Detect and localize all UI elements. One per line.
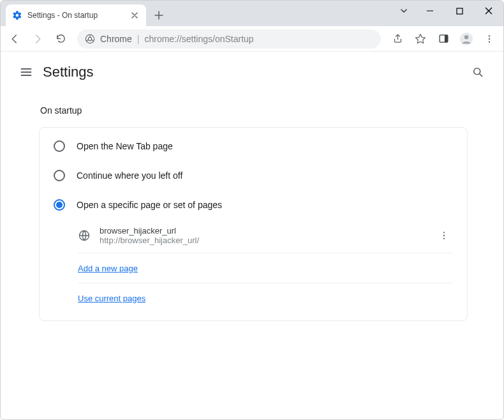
back-button[interactable] (4, 29, 25, 49)
svg-point-12 (443, 232, 445, 233)
tab-title: Settings - On startup (27, 11, 124, 20)
page-url: http://browser_hijacker_url/ (100, 236, 426, 245)
section-heading: On startup (40, 105, 468, 116)
side-panel-button[interactable] (433, 29, 454, 49)
minimize-button[interactable] (415, 1, 445, 21)
maximize-button[interactable] (445, 1, 474, 21)
startup-pages-list: browser_hijacker_url http://browser_hija… (40, 220, 467, 317)
forward-button[interactable] (27, 29, 48, 49)
use-current-pages-link[interactable]: Use current pages (78, 294, 145, 303)
gear-icon (12, 10, 22, 20)
startup-page-row: browser_hijacker_url http://browser_hija… (78, 220, 453, 253)
svg-point-2 (88, 37, 91, 40)
globe-icon (78, 229, 91, 242)
close-window-button[interactable] (474, 1, 503, 21)
search-button[interactable] (465, 59, 491, 85)
tab-search-button[interactable] (392, 1, 415, 21)
page-row-menu-button[interactable] (435, 227, 453, 244)
radio-icon (54, 170, 65, 181)
use-current-pages-row: Use current pages (78, 283, 453, 313)
browser-toolbar: Chrome | chrome://settings/onStartup (1, 26, 503, 52)
address-bar[interactable]: Chrome | chrome://settings/onStartup (77, 29, 381, 49)
window-titlebar: Settings - On startup (1, 1, 503, 26)
browser-tab[interactable]: Settings - On startup (6, 4, 146, 26)
startup-option-new-tab[interactable]: Open the New Tab page (40, 131, 467, 161)
radio-label: Open the New Tab page (77, 141, 173, 151)
reload-button[interactable] (50, 29, 71, 49)
svg-point-6 (464, 35, 468, 39)
svg-point-14 (443, 238, 445, 239)
add-new-page-link[interactable]: Add a new page (78, 264, 138, 273)
profile-button[interactable] (456, 29, 477, 49)
window-controls (392, 1, 503, 26)
share-button[interactable] (387, 29, 408, 49)
settings-header: Settings (1, 52, 503, 93)
new-tab-button[interactable] (150, 6, 168, 24)
omnibox-divider: | (137, 34, 140, 44)
startup-option-continue[interactable]: Continue where you left off (40, 161, 467, 190)
svg-point-13 (443, 235, 445, 236)
settings-content: On startup Open the New Tab page Continu… (1, 105, 503, 347)
startup-option-specific-pages[interactable]: Open a specific page or set of pages (40, 190, 467, 220)
chrome-icon (85, 34, 95, 44)
omnibox-url: chrome://settings/onStartup (144, 34, 253, 44)
page-title: Settings (43, 64, 94, 80)
bookmark-button[interactable] (410, 29, 431, 49)
add-new-page-row: Add a new page (78, 253, 453, 283)
svg-point-7 (489, 35, 490, 36)
radio-label: Open a specific page or set of pages (77, 200, 222, 210)
omnibox-prefix: Chrome (100, 34, 132, 44)
page-name: browser_hijacker_url (100, 226, 426, 236)
browser-menu-button[interactable] (479, 29, 500, 49)
svg-point-9 (489, 41, 490, 42)
radio-label: Continue where you left off (77, 170, 182, 181)
svg-rect-0 (457, 8, 463, 14)
svg-point-8 (489, 38, 490, 39)
menu-button[interactable] (13, 59, 39, 85)
radio-icon (54, 199, 65, 211)
page-info: browser_hijacker_url http://browser_hija… (100, 226, 426, 245)
radio-icon (54, 140, 65, 152)
svg-rect-4 (444, 35, 447, 42)
startup-card: Open the New Tab page Continue where you… (39, 127, 468, 321)
close-tab-icon[interactable] (130, 10, 140, 20)
